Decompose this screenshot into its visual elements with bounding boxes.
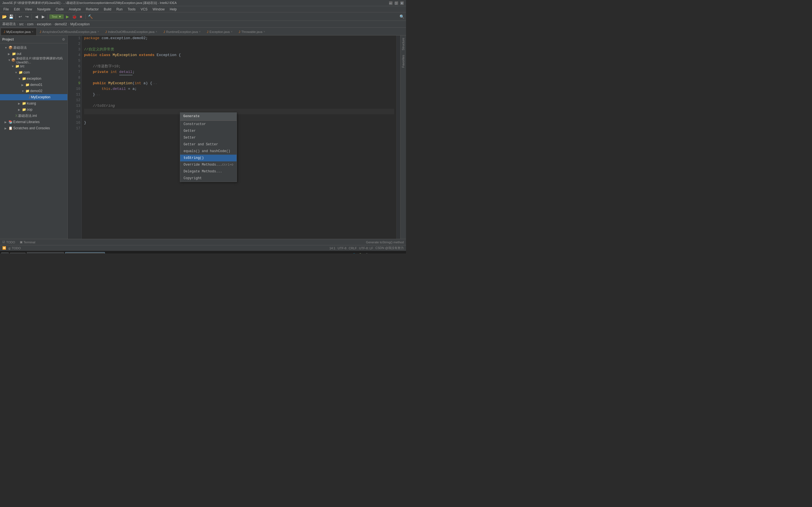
tree-label-iml: 基础语法.iml — [18, 114, 37, 118]
open-btn[interactable]: 📂 — [1, 13, 7, 20]
menu-navigate[interactable]: Navigate — [35, 7, 53, 12]
terminal-btn[interactable]: ▣ Terminal — [20, 240, 36, 244]
tree-item-kuang[interactable]: ▶ 📁 kuang — [0, 100, 67, 107]
code-line-11: } ... — [84, 92, 394, 98]
code-editor[interactable]: package com.exception.demo02; //自定义的异常类 … — [82, 36, 396, 239]
run-config[interactable]: Test ▼ — [49, 14, 64, 19]
tree-item-extlibs[interactable]: ▶ 📚 External Libraries — [0, 119, 67, 125]
stop-btn[interactable]: ■ — [78, 13, 84, 20]
fold-marker-11[interactable]: ... — [95, 92, 100, 98]
menu-analyze[interactable]: Analyze — [66, 7, 83, 12]
tree-item-demo01[interactable]: ▶ 📁 demo01 — [0, 82, 67, 88]
menu-refactor[interactable]: Refactor — [84, 7, 101, 12]
tree-label-jichufa: 基础语法 F:\班级管理\网课班\代码\JavaSE\... — [16, 56, 66, 64]
generate-equals-hashcode[interactable]: equals() and hashCode() — [180, 148, 237, 155]
tree-label-myexception: MyException — [31, 95, 50, 99]
breadcrumb-item-0[interactable]: 基础语法 — [2, 22, 16, 26]
tab-close-0[interactable]: × — [32, 30, 34, 33]
menu-run[interactable]: Run — [114, 7, 125, 12]
tree-item-scratches[interactable]: ▶ 📋 Scratches and Consoles — [0, 125, 67, 131]
save-btn[interactable]: 💾 — [8, 13, 14, 20]
breadcrumb-item-5[interactable]: MyException — [70, 22, 90, 26]
taskbar-start[interactable]: ⊞ — [1, 252, 9, 253]
tab-indexoob[interactable]: J IndexOutOfBoundsException.java × — [102, 28, 160, 35]
module-icon: 📦 — [8, 46, 13, 50]
window-controls[interactable]: ─ □ ✕ — [389, 1, 404, 5]
code-line-7: private int detail ; — [84, 69, 394, 75]
generate-setter[interactable]: Setter — [180, 134, 237, 141]
todo-btn[interactable]: ☑ TODO — [2, 240, 15, 244]
tab-exception[interactable]: J Exception.java × — [204, 28, 236, 35]
menu-build[interactable]: Build — [101, 7, 114, 12]
tree-item-module[interactable]: ▼ 📦 基础语法 — [0, 45, 67, 51]
minimize-btn[interactable]: ─ — [389, 1, 393, 5]
menu-window[interactable]: Window — [150, 7, 167, 12]
bottom-right: Generate toString() method — [366, 240, 404, 244]
tree-item-demo02[interactable]: ▼ 📁 demo02 — [0, 88, 67, 94]
menu-view[interactable]: View — [22, 7, 35, 12]
tab-close-4[interactable]: × — [231, 30, 233, 33]
folder-icon-exception: 📁 — [22, 76, 26, 80]
menu-edit[interactable]: Edit — [11, 7, 22, 12]
tree-item-exception[interactable]: ▼ 📁 exception — [0, 75, 67, 82]
taskbar-right: 🌐 🔋 🔊 40 CSDN @我没有努力 — [352, 253, 405, 253]
favorites-tab[interactable]: Favorites — [401, 53, 406, 70]
breadcrumb-item-3[interactable]: exception — [37, 22, 51, 26]
menu-file[interactable]: File — [1, 7, 11, 12]
tab-close-2[interactable]: × — [156, 30, 157, 33]
generate-override[interactable]: Override Methods... Ctrl+O — [180, 161, 237, 168]
redo-btn[interactable]: ↪ — [24, 13, 30, 20]
generate-copyright[interactable]: Copyright — [180, 175, 237, 182]
tab-runtime[interactable]: J RuntimeException.java × — [160, 28, 204, 35]
generate-constructor[interactable]: Constructor — [180, 121, 237, 128]
java-file-icon-4: J — [207, 30, 209, 34]
run-btn[interactable]: ▶ — [64, 13, 70, 20]
ln-3: 3 — [71, 47, 80, 52]
tab-close-1[interactable]: × — [97, 30, 99, 33]
menu-vcs[interactable]: VCS — [139, 7, 150, 12]
taskbar-app-pptx[interactable]: P 异常机制.pptx - WP... — [27, 252, 64, 253]
tree-item-jichufa[interactable]: ▼ 📦 基础语法 F:\班级管理\网课班\代码\JavaSE\... — [0, 57, 67, 63]
tab-close-5[interactable]: × — [264, 30, 265, 33]
menu-help[interactable]: Help — [167, 7, 179, 12]
tree-item-com[interactable]: ▼ 📁 com — [0, 69, 67, 75]
ln-14: 14 — [71, 109, 80, 114]
generate-delegate[interactable]: Delegate Methods... — [180, 168, 237, 175]
tab-myexception[interactable]: J MyException.java × — [1, 28, 37, 35]
tree-item-oop[interactable]: ▶ 📁 oop — [0, 107, 67, 113]
taskbar-app-ocam[interactable]: ● ocam — [10, 252, 26, 254]
tree-item-iml[interactable]: X 基础语法.iml — [0, 113, 67, 119]
undo-btn[interactable]: ↩ — [17, 13, 23, 20]
editor-content: 1 2 3 4 5 6 7 8 9 10 11 12 13 14 15 16 1… — [68, 36, 400, 239]
generate-getter-setter[interactable]: Getter and Setter — [180, 141, 237, 148]
menu-tools[interactable]: Tools — [125, 7, 138, 12]
toolbar-sep-3 — [48, 14, 48, 19]
ln-12: 12 — [71, 98, 80, 103]
ln-6: 6 — [71, 64, 80, 69]
back-btn[interactable]: ◀ — [33, 13, 40, 20]
fold-marker-9[interactable]: ... — [152, 80, 157, 86]
maximize-btn[interactable]: □ — [395, 1, 398, 5]
taskbar-app-javase[interactable]: J JavaSE [F:\班级佳佳.... — [65, 252, 105, 253]
line-numbers: 1 2 3 4 5 6 7 8 9 10 11 12 13 14 15 16 1… — [70, 36, 82, 239]
close-btn[interactable]: ✕ — [400, 1, 404, 5]
menu-code[interactable]: Code — [53, 7, 66, 12]
search-everywhere-btn[interactable]: 🔍 — [399, 13, 405, 20]
structure-tab[interactable]: Structure — [401, 36, 406, 53]
debug-btn[interactable]: 🐞 — [71, 13, 77, 20]
sidebar-settings-icon[interactable]: ⚙ — [62, 38, 65, 41]
lineending-label: CRLF — [349, 246, 357, 250]
tab-close-3[interactable]: × — [199, 30, 201, 33]
generate-getter[interactable]: Getter — [180, 128, 237, 134]
arrow-icon-extlibs: ▶ — [4, 121, 8, 124]
forward-btn[interactable]: ▶ — [40, 13, 46, 20]
breadcrumb-item-2[interactable]: com — [27, 22, 34, 26]
tab-arrayindex[interactable]: J ArrayIndexOutOfBoundsException.java × — [37, 28, 102, 35]
breadcrumb-item-4[interactable]: demo02 — [55, 22, 67, 26]
generate-tostring[interactable]: toString() — [180, 155, 237, 161]
breadcrumb-item-1[interactable]: src — [19, 22, 24, 26]
tree-item-myexception[interactable]: J MyException — [0, 94, 67, 100]
tab-throwable[interactable]: J Throwable.java × — [236, 28, 268, 35]
tree-item-src[interactable]: ▼ 📁 src — [0, 63, 67, 69]
build-btn[interactable]: 🔨 — [87, 13, 93, 20]
